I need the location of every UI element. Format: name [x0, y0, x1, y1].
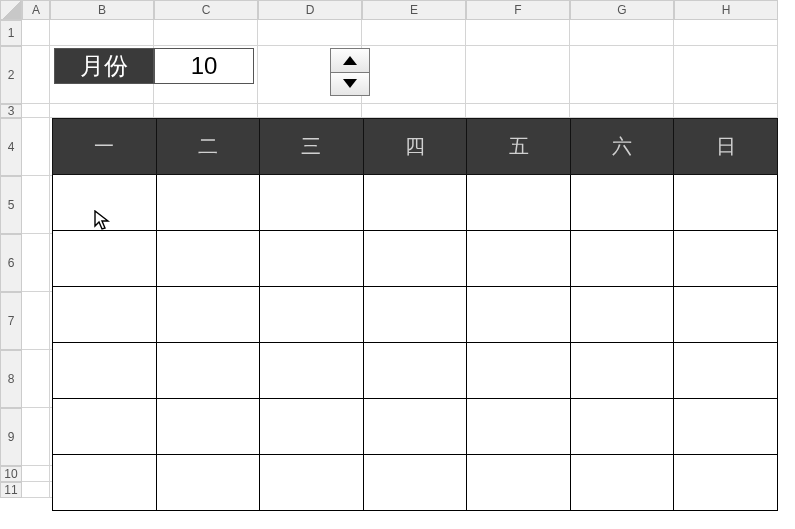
calendar-cell[interactable]	[570, 231, 674, 287]
cell-A3[interactable]	[22, 104, 50, 118]
cell-A8[interactable]	[22, 350, 50, 408]
calendar-cell[interactable]	[674, 231, 778, 287]
column-header-G[interactable]: G	[570, 0, 674, 20]
column-header-D[interactable]: D	[258, 0, 362, 20]
column-header-F[interactable]: F	[466, 0, 570, 20]
calendar-cell[interactable]	[260, 287, 364, 343]
cell-B1[interactable]	[50, 20, 154, 46]
calendar-row	[53, 455, 778, 511]
column-header-H[interactable]: H	[674, 0, 778, 20]
calendar-cell[interactable]	[53, 399, 157, 455]
calendar-cell[interactable]	[156, 455, 260, 511]
cell-E1[interactable]	[362, 20, 466, 46]
calendar-row	[53, 231, 778, 287]
row-header-1[interactable]: 1	[0, 20, 22, 46]
row-header-10[interactable]: 10	[0, 466, 22, 482]
row-header-5[interactable]: 5	[0, 176, 22, 234]
calendar-cell[interactable]	[467, 343, 571, 399]
calendar-cell[interactable]	[156, 231, 260, 287]
row-header-9[interactable]: 9	[0, 408, 22, 466]
calendar-cell[interactable]	[53, 455, 157, 511]
month-value-cell[interactable]: 10	[154, 48, 254, 84]
calendar-cell[interactable]	[467, 175, 571, 231]
calendar-cell[interactable]	[53, 287, 157, 343]
calendar-cell[interactable]	[363, 287, 467, 343]
cell-A5[interactable]	[22, 176, 50, 234]
month-label-cell: 月份	[54, 48, 154, 84]
calendar-cell[interactable]	[363, 455, 467, 511]
calendar-cell[interactable]	[674, 175, 778, 231]
calendar-cell[interactable]	[156, 399, 260, 455]
cell-A2[interactable]	[22, 46, 50, 104]
spinner-down-button[interactable]	[330, 73, 370, 97]
calendar-cell[interactable]	[674, 343, 778, 399]
calendar-cell[interactable]	[53, 343, 157, 399]
row-header-4[interactable]: 4	[0, 118, 22, 176]
row-header-6[interactable]: 6	[0, 234, 22, 292]
calendar-cell[interactable]	[674, 287, 778, 343]
calendar-cell[interactable]	[570, 287, 674, 343]
cell-F2[interactable]	[466, 46, 570, 104]
calendar-cell[interactable]	[363, 231, 467, 287]
cell-F1[interactable]	[466, 20, 570, 46]
calendar-cell[interactable]	[674, 455, 778, 511]
cell-F3[interactable]	[466, 104, 570, 118]
calendar-cell[interactable]	[570, 175, 674, 231]
calendar-cell[interactable]	[570, 399, 674, 455]
triangle-down-icon	[343, 79, 357, 88]
calendar-cell[interactable]	[260, 399, 364, 455]
row-header-8[interactable]: 8	[0, 350, 22, 408]
cell-E2[interactable]	[362, 46, 466, 104]
cell-G1[interactable]	[570, 20, 674, 46]
calendar-cell[interactable]	[260, 455, 364, 511]
calendar-cell[interactable]	[363, 175, 467, 231]
weekday-header-3: 四	[363, 119, 467, 175]
calendar-cell[interactable]	[156, 343, 260, 399]
row-header-3[interactable]: 3	[0, 104, 22, 118]
calendar-cell[interactable]	[467, 231, 571, 287]
cell-H3[interactable]	[674, 104, 778, 118]
month-label-text: 月份	[80, 50, 128, 82]
calendar-cell[interactable]	[570, 455, 674, 511]
select-all-corner[interactable]	[0, 0, 22, 20]
cell-A1[interactable]	[22, 20, 50, 46]
cell-H2[interactable]	[674, 46, 778, 104]
calendar-cell[interactable]	[570, 343, 674, 399]
cell-E3[interactable]	[362, 104, 466, 118]
cell-H1[interactable]	[674, 20, 778, 46]
calendar-cell[interactable]	[53, 175, 157, 231]
row-header-2[interactable]: 2	[0, 46, 22, 104]
row-header-7[interactable]: 7	[0, 292, 22, 350]
calendar-cell[interactable]	[260, 343, 364, 399]
calendar-cell[interactable]	[156, 287, 260, 343]
cell-D3[interactable]	[258, 104, 362, 118]
calendar-cell[interactable]	[363, 399, 467, 455]
cell-A4[interactable]	[22, 118, 50, 176]
spinner-up-button[interactable]	[330, 48, 370, 73]
calendar-cell[interactable]	[260, 175, 364, 231]
calendar-cell[interactable]	[467, 287, 571, 343]
calendar-cell[interactable]	[674, 399, 778, 455]
cell-B3[interactable]	[50, 104, 154, 118]
calendar-cell[interactable]	[467, 455, 571, 511]
cell-A6[interactable]	[22, 234, 50, 292]
calendar-cell[interactable]	[53, 231, 157, 287]
cell-C1[interactable]	[154, 20, 258, 46]
column-header-A[interactable]: A	[22, 0, 50, 20]
calendar-cell[interactable]	[467, 399, 571, 455]
column-header-E[interactable]: E	[362, 0, 466, 20]
column-header-C[interactable]: C	[154, 0, 258, 20]
column-header-B[interactable]: B	[50, 0, 154, 20]
cell-A10[interactable]	[22, 466, 50, 482]
cell-G2[interactable]	[570, 46, 674, 104]
cell-G3[interactable]	[570, 104, 674, 118]
calendar-cell[interactable]	[363, 343, 467, 399]
cell-A9[interactable]	[22, 408, 50, 466]
cell-A7[interactable]	[22, 292, 50, 350]
calendar-cell[interactable]	[260, 231, 364, 287]
cell-A11[interactable]	[22, 482, 50, 498]
row-header-11[interactable]: 11	[0, 482, 22, 498]
cell-D1[interactable]	[258, 20, 362, 46]
cell-C3[interactable]	[154, 104, 258, 118]
calendar-cell[interactable]	[156, 175, 260, 231]
